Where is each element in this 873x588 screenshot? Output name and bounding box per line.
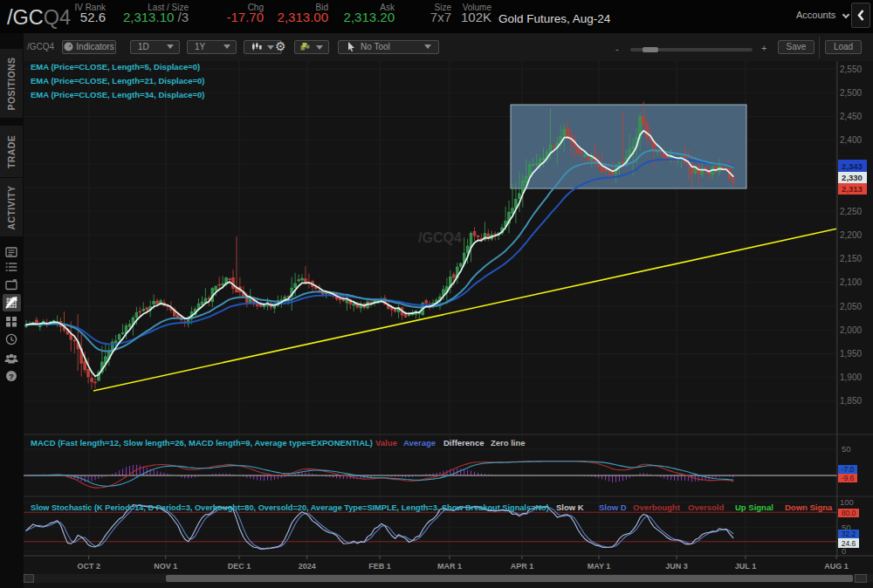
svg-text:Slow Stochastic (K Period=14,: Slow Stochastic (K Period=14, D Period=3… bbox=[31, 503, 549, 512]
svg-text:JUN 3: JUN 3 bbox=[665, 562, 688, 571]
svg-text:MAR 1: MAR 1 bbox=[437, 562, 462, 571]
svg-text:Average: Average bbox=[403, 438, 436, 448]
svg-text:2,450: 2,450 bbox=[840, 112, 862, 121]
svg-text:AUG 1: AUG 1 bbox=[824, 562, 849, 571]
svg-text:MACD (Fast length=12, Slow len: MACD (Fast length=12, Slow length=26, MA… bbox=[31, 438, 373, 448]
svg-text:Oversold: Oversold bbox=[688, 503, 724, 512]
svg-text:2,200: 2,200 bbox=[840, 230, 862, 240]
svg-text:Down Signa: Down Signa bbox=[785, 503, 833, 512]
svg-text:Slow K: Slow K bbox=[556, 503, 584, 512]
svg-text:2,500: 2,500 bbox=[840, 88, 862, 98]
svg-text:1,850: 1,850 bbox=[840, 396, 862, 406]
svg-text:2,250: 2,250 bbox=[840, 207, 862, 216]
svg-text:Overbought: Overbought bbox=[633, 503, 681, 512]
svg-text:50: 50 bbox=[842, 444, 851, 454]
svg-text:32.2: 32.2 bbox=[842, 530, 856, 538]
svg-text:NOV 1: NOV 1 bbox=[154, 562, 177, 571]
svg-text:APR 1: APR 1 bbox=[511, 562, 534, 571]
svg-text:2,550: 2,550 bbox=[840, 65, 862, 74]
svg-text:2,050: 2,050 bbox=[840, 302, 862, 311]
svg-text:JUL 1: JUL 1 bbox=[735, 562, 756, 571]
svg-text:1,900: 1,900 bbox=[840, 373, 862, 382]
svg-text:2,343: 2,343 bbox=[842, 161, 863, 171]
svg-text:DEC 1: DEC 1 bbox=[228, 562, 251, 571]
svg-text:FEB 1: FEB 1 bbox=[368, 562, 391, 571]
svg-text:-9.6: -9.6 bbox=[842, 474, 855, 482]
svg-text:Difference: Difference bbox=[443, 438, 484, 448]
svg-text:EMA (Price=CLOSE, Length=34, D: EMA (Price=CLOSE, Length=34, Displace=0) bbox=[31, 90, 204, 99]
svg-text:0: 0 bbox=[842, 546, 846, 556]
svg-text:Zero line: Zero line bbox=[491, 438, 526, 448]
svg-text:80.0: 80.0 bbox=[842, 509, 856, 517]
svg-text:2,150: 2,150 bbox=[840, 254, 862, 263]
svg-text:2,313: 2,313 bbox=[842, 184, 863, 194]
svg-text:2024: 2024 bbox=[299, 562, 316, 571]
svg-text:-7.0: -7.0 bbox=[842, 465, 855, 474]
svg-text:Value: Value bbox=[375, 438, 397, 448]
svg-text:Slow D: Slow D bbox=[599, 503, 627, 512]
svg-text:EMA (Price=CLOSE, Length=5, Di: EMA (Price=CLOSE, Length=5, Displace=0) bbox=[31, 62, 200, 72]
svg-text:Up Signal: Up Signal bbox=[735, 503, 773, 512]
svg-text:OCT 2: OCT 2 bbox=[77, 562, 100, 571]
svg-text:/GCQ4: /GCQ4 bbox=[418, 230, 462, 245]
svg-text:2,000: 2,000 bbox=[840, 325, 862, 335]
svg-text:100: 100 bbox=[840, 497, 854, 507]
svg-text:2,400: 2,400 bbox=[840, 135, 862, 145]
svg-text:2,330: 2,330 bbox=[842, 173, 863, 182]
svg-text:2,100: 2,100 bbox=[840, 277, 862, 287]
svg-text:?: ? bbox=[9, 372, 14, 381]
svg-text:1,950: 1,950 bbox=[840, 349, 862, 359]
svg-text:MAY 1: MAY 1 bbox=[588, 562, 611, 571]
svg-text:EMA (Price=CLOSE, Length=21, D: EMA (Price=CLOSE, Length=21, Displace=0) bbox=[31, 76, 204, 85]
